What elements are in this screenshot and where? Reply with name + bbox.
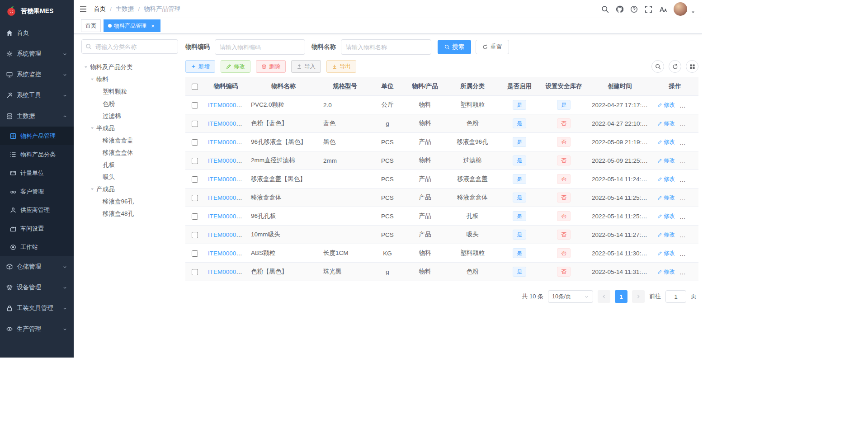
tab-home[interactable]: 首页 bbox=[81, 19, 101, 32]
select-all-checkbox[interactable] bbox=[192, 84, 198, 90]
row-checkbox[interactable] bbox=[192, 121, 198, 127]
tree-node-label: 物料及产品分类 bbox=[90, 63, 133, 71]
sidebar-item-material-product-management[interactable]: 物料产品管理 bbox=[0, 127, 74, 145]
prev-page-button[interactable] bbox=[598, 290, 610, 303]
material-code-link[interactable]: ITEM00000052 bbox=[208, 194, 247, 201]
close-icon[interactable]: × bbox=[150, 23, 156, 29]
tree-node[interactable]: 移液盒盒盖 bbox=[83, 134, 178, 146]
sidebar-item-master-data[interactable]: 主数据 bbox=[0, 106, 74, 127]
sidebar-item-warehouse-management[interactable]: 仓储管理 bbox=[0, 256, 74, 277]
sidebar-item-system-monitor[interactable]: 系统监控 bbox=[0, 64, 74, 85]
navbar-search-icon[interactable] bbox=[601, 5, 609, 13]
material-code-link[interactable]: ITEM00000053 bbox=[208, 213, 247, 220]
row-edit-button[interactable]: 修改 bbox=[657, 157, 675, 165]
breadcrumb-item[interactable]: 首页 bbox=[94, 5, 106, 13]
row-edit-button[interactable]: 修改 bbox=[657, 250, 675, 257]
row-checkbox[interactable] bbox=[192, 176, 198, 183]
row-edit-button[interactable]: 修改 bbox=[657, 231, 675, 239]
material-code-link[interactable]: ITEM00000049 bbox=[208, 157, 247, 164]
navbar-fullscreen-icon[interactable] bbox=[645, 5, 652, 13]
material-code-link[interactable]: ITEM00000051 bbox=[208, 176, 247, 183]
navbar-github-icon[interactable] bbox=[616, 5, 623, 13]
tree-node[interactable]: 色粉 bbox=[83, 98, 178, 110]
sidebar-item-system-tools[interactable]: 系统工具 bbox=[0, 85, 74, 106]
current-page-button[interactable]: 1 bbox=[615, 290, 627, 303]
tree-node[interactable]: 移液盒盒体 bbox=[83, 146, 178, 159]
material-code-link[interactable]: ITEM00000054 bbox=[208, 231, 247, 238]
row-checkbox[interactable] bbox=[192, 213, 198, 220]
row-checkbox[interactable] bbox=[192, 250, 198, 257]
export-button[interactable]: 导出 bbox=[326, 60, 356, 73]
next-page-button[interactable] bbox=[632, 290, 645, 303]
row-checkbox[interactable] bbox=[192, 269, 198, 275]
sidebar-item-system-management[interactable]: 系统管理 bbox=[0, 43, 74, 64]
tree-node[interactable]: 半成品 bbox=[83, 122, 178, 134]
material-code-input[interactable] bbox=[215, 39, 305, 55]
material-code-link[interactable]: ITEM00000055 bbox=[208, 250, 247, 257]
tree-node[interactable]: 塑料颗粒 bbox=[83, 85, 178, 98]
delete-button[interactable]: 删除 bbox=[256, 60, 286, 73]
row-edit-button[interactable]: 修改 bbox=[657, 175, 675, 183]
row-edit-button[interactable]: 修改 bbox=[657, 101, 675, 109]
columns-button[interactable] bbox=[686, 60, 698, 73]
import-button[interactable]: 导入 bbox=[291, 60, 321, 73]
sidebar-item-customer-management[interactable]: 客户管理 bbox=[0, 182, 74, 201]
search-toggle-button[interactable] bbox=[651, 60, 664, 73]
category-cell: 吸头 bbox=[445, 226, 500, 244]
goto-page-input[interactable] bbox=[665, 290, 686, 303]
row-checkbox[interactable] bbox=[192, 139, 198, 146]
sidebar-item-production-management[interactable]: 生产管理 bbox=[0, 319, 74, 339]
row-edit-button[interactable]: 修改 bbox=[657, 212, 675, 220]
search-button[interactable]: 搜索 bbox=[438, 40, 471, 54]
user-avatar[interactable] bbox=[674, 2, 687, 16]
sidebar-item-supplier-management[interactable]: 供应商管理 bbox=[0, 201, 74, 219]
tree-node[interactable]: 产成品 bbox=[83, 183, 178, 195]
tree-node[interactable]: 物料及产品分类 bbox=[83, 61, 178, 73]
hamburger-icon[interactable] bbox=[79, 6, 87, 12]
material-code-link[interactable]: ITEM00000037 bbox=[208, 102, 247, 108]
category-search-input[interactable] bbox=[81, 39, 178, 54]
reset-button[interactable]: 重置 bbox=[476, 40, 509, 54]
row-edit-button[interactable]: 修改 bbox=[657, 138, 675, 146]
row-edit-button[interactable]: 修改 bbox=[657, 120, 675, 127]
sidebar-item-workshop-settings[interactable]: 车间设置 bbox=[0, 219, 74, 238]
tab-material-product-management[interactable]: 物料产品管理× bbox=[104, 19, 160, 32]
sidebar-item-equipment-management[interactable]: 设备管理 bbox=[0, 277, 74, 298]
edit-button[interactable]: 修改 bbox=[221, 60, 250, 73]
sidebar-item-label: 系统工具 bbox=[17, 91, 41, 99]
app-logo[interactable]: 苦糖果MES bbox=[0, 0, 74, 23]
navbar-help-icon[interactable] bbox=[630, 5, 638, 13]
type-cell: 产品 bbox=[405, 207, 445, 226]
tree-node[interactable]: 吸头 bbox=[83, 171, 178, 183]
tree-node[interactable]: 过滤棉 bbox=[83, 110, 178, 122]
tree-node[interactable]: 移液盒48孔 bbox=[83, 207, 178, 220]
material-code-link[interactable]: ITEM00000056 bbox=[208, 268, 247, 275]
sidebar-item-home[interactable]: 首页 bbox=[0, 23, 74, 43]
material-name-input[interactable] bbox=[341, 39, 431, 55]
sidebar-item-measurement-unit[interactable]: 计量单位 bbox=[0, 164, 74, 182]
caret-down-icon[interactable] bbox=[690, 9, 696, 15]
tree-node[interactable]: 物料 bbox=[83, 73, 178, 85]
sidebar-item-material-product-category[interactable]: 物料产品分类 bbox=[0, 145, 74, 164]
reset-button-label: 重置 bbox=[490, 43, 502, 51]
page-size-select[interactable]: 10条/页 bbox=[548, 290, 593, 303]
row-checkbox[interactable] bbox=[192, 232, 198, 238]
add-button[interactable]: 新增 bbox=[185, 60, 215, 73]
created-time-cell: 2022-05-14 11:30:54 bbox=[588, 244, 651, 263]
row-checkbox[interactable] bbox=[192, 102, 198, 108]
row-edit-button[interactable]: 修改 bbox=[657, 268, 675, 276]
tree-node[interactable]: 孔板 bbox=[83, 159, 178, 171]
refresh-button[interactable] bbox=[669, 60, 681, 73]
row-checkbox[interactable] bbox=[192, 195, 198, 201]
sidebar-item-fixture-management[interactable]: 工装夹具管理 bbox=[0, 298, 74, 319]
material-code-link[interactable]: ITEM00000041 bbox=[208, 120, 247, 127]
row-checkbox[interactable] bbox=[192, 158, 198, 164]
row-edit-button[interactable]: 修改 bbox=[657, 194, 675, 202]
tree-caret-icon bbox=[90, 126, 95, 131]
navbar-font-size-icon[interactable] bbox=[659, 5, 667, 13]
breadcrumb-item[interactable]: 主数据 bbox=[116, 5, 134, 13]
edit-icon bbox=[657, 103, 662, 108]
sidebar-item-workstation[interactable]: 工作站 bbox=[0, 238, 74, 256]
tree-node[interactable]: 移液盒96孔 bbox=[83, 195, 178, 207]
material-code-link[interactable]: ITEM00000046 bbox=[208, 139, 247, 146]
